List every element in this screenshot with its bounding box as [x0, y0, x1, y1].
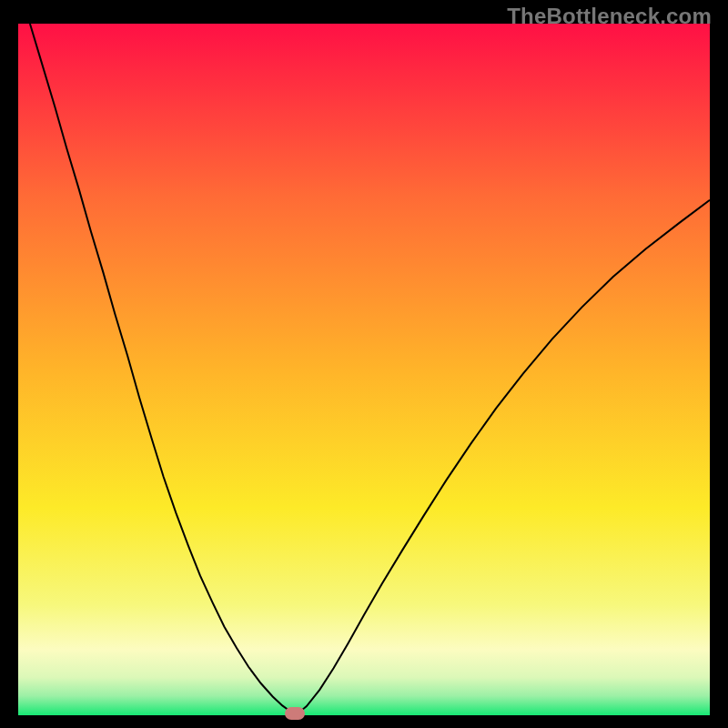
watermark-text: TheBottleneck.com: [507, 4, 712, 29]
curve-path: [30, 24, 710, 713]
optimum-marker: [285, 707, 305, 720]
bottleneck-curve: [18, 24, 710, 715]
